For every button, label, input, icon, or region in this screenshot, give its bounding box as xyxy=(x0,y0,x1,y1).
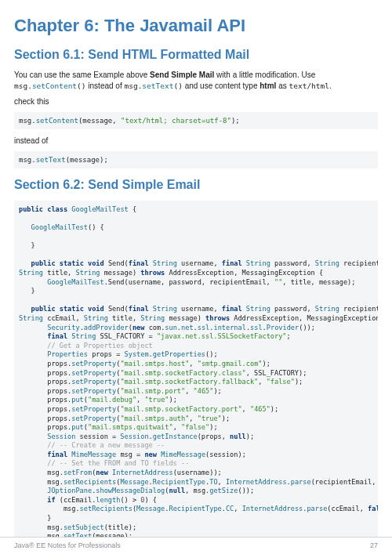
footer-page-number: 27 xyxy=(370,541,378,551)
footer-left: Java® EE Notes for Professionals xyxy=(14,541,121,551)
text: as xyxy=(276,81,289,90)
chapter-title: Chapter 6: The Javamail API xyxy=(14,14,378,38)
text: You can use the same Example above xyxy=(14,71,150,79)
text: instead of xyxy=(86,81,125,90)
section-6-2-title: Section 6.2: Send Simple Email xyxy=(14,176,378,194)
inline-code: text/html xyxy=(289,81,329,90)
inline-code: msg.setContent() xyxy=(14,81,86,90)
text: and use content type xyxy=(183,81,260,90)
check-this-label: check this xyxy=(14,96,378,107)
text: with a little modification. Use xyxy=(214,71,315,79)
code-settext: msg.setText(message); xyxy=(14,151,378,168)
inline-code: msg.setText() xyxy=(124,81,182,90)
code-googlemailtest: public class GoogleMailTest { GoogleMail… xyxy=(14,201,378,554)
code-setcontent: msg.setContent(message, "text/html; char… xyxy=(14,112,378,129)
text: . xyxy=(329,81,332,90)
instead-of-label: instead of xyxy=(14,136,378,147)
bold-text: html xyxy=(260,81,276,90)
section-6-1-title: Section 6.1: Send HTML Formatted Mail xyxy=(14,46,378,63)
page-footer: Java® EE Notes for Professionals 27 xyxy=(0,537,392,554)
bold-text: Send Simple Mail xyxy=(150,71,214,79)
section-6-1-para: You can use the same Example above Send … xyxy=(14,70,378,92)
